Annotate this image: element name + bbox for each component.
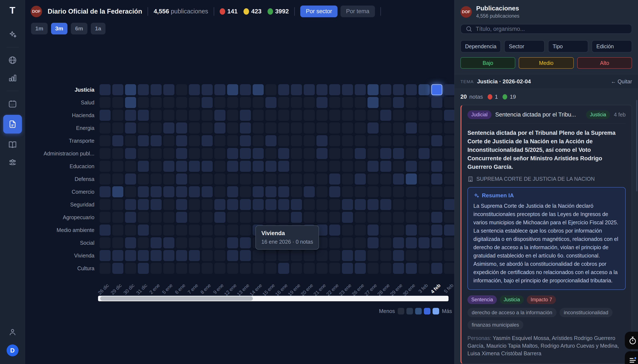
heatmap-cell[interactable] bbox=[380, 110, 391, 121]
heatmap-cell[interactable] bbox=[368, 186, 378, 197]
heatmap-cell[interactable] bbox=[406, 186, 417, 197]
heatmap-cell[interactable] bbox=[316, 161, 328, 172]
heatmap-cell[interactable] bbox=[125, 199, 136, 210]
heatmap-cell[interactable] bbox=[253, 122, 264, 134]
heatmap-cell[interactable] bbox=[253, 161, 264, 172]
heatmap-cell[interactable] bbox=[150, 174, 162, 184]
heatmap-cell[interactable] bbox=[406, 97, 417, 108]
heatmap-cell[interactable] bbox=[329, 212, 340, 223]
heatmap-cell[interactable] bbox=[418, 84, 430, 95]
heatmap-cell[interactable] bbox=[355, 199, 366, 210]
heatmap-cell[interactable] bbox=[291, 135, 302, 146]
heatmap-cell[interactable] bbox=[444, 110, 454, 121]
heatmap-cell[interactable] bbox=[342, 212, 353, 223]
heatmap-cell[interactable] bbox=[138, 174, 149, 184]
heatmap-cell[interactable] bbox=[304, 212, 315, 223]
heatmap-cell[interactable] bbox=[431, 97, 442, 108]
heatmap-cell[interactable] bbox=[266, 250, 276, 261]
heatmap-cell[interactable] bbox=[431, 110, 442, 121]
heatmap-cell[interactable] bbox=[393, 263, 404, 274]
heatmap-cell[interactable] bbox=[304, 199, 315, 210]
heatmap-cell[interactable] bbox=[406, 237, 417, 248]
heatmap-cell[interactable] bbox=[266, 122, 276, 134]
heatmap-cell[interactable] bbox=[202, 161, 213, 172]
heatmap-cell[interactable] bbox=[380, 212, 391, 223]
heatmap-cell[interactable] bbox=[189, 186, 200, 197]
heatmap-cell[interactable] bbox=[431, 212, 442, 223]
heatmap-cell[interactable] bbox=[227, 148, 238, 159]
heatmap-cell[interactable] bbox=[291, 161, 302, 172]
heatmap-cell[interactable] bbox=[304, 263, 315, 274]
heatmap-cell[interactable] bbox=[380, 237, 391, 248]
heatmap-cell[interactable] bbox=[112, 174, 123, 184]
heatmap-cell[interactable] bbox=[176, 84, 187, 95]
heatmap-cell[interactable] bbox=[316, 212, 328, 223]
heatmap-cell[interactable] bbox=[431, 224, 442, 236]
heatmap-cell[interactable] bbox=[202, 212, 213, 223]
heatmap-cell[interactable] bbox=[368, 135, 378, 146]
severity-button-bajo[interactable]: Bajo bbox=[460, 57, 515, 69]
heatmap-cell[interactable] bbox=[253, 97, 264, 108]
heatmap-cell[interactable] bbox=[304, 84, 315, 95]
heatmap-cell[interactable] bbox=[150, 263, 162, 274]
heatmap-cell[interactable] bbox=[266, 135, 276, 146]
heatmap-cell[interactable] bbox=[278, 174, 289, 184]
heatmap-cell[interactable] bbox=[189, 224, 200, 236]
heatmap-cell[interactable] bbox=[125, 84, 136, 95]
heatmap-cell[interactable] bbox=[406, 110, 417, 121]
heatmap-cell[interactable] bbox=[418, 161, 430, 172]
heatmap-cell[interactable] bbox=[138, 122, 149, 134]
heatmap-cell[interactable] bbox=[380, 97, 391, 108]
heatmap-cell[interactable] bbox=[278, 250, 289, 261]
heatmap-cell[interactable] bbox=[393, 224, 404, 236]
heatmap-cell[interactable] bbox=[316, 110, 328, 121]
heatmap-cell[interactable] bbox=[304, 122, 315, 134]
heatmap-cell[interactable] bbox=[316, 250, 328, 261]
heatmap-cell[interactable] bbox=[316, 97, 328, 108]
heatmap-cell[interactable] bbox=[418, 174, 430, 184]
heatmap-cell[interactable] bbox=[368, 174, 378, 184]
heatmap-cell[interactable] bbox=[189, 97, 200, 108]
heatmap-cell[interactable] bbox=[150, 122, 162, 134]
heatmap-cell[interactable] bbox=[431, 263, 442, 274]
heatmap-cell[interactable] bbox=[342, 263, 353, 274]
heatmap-cell[interactable] bbox=[253, 186, 264, 197]
heatmap-cell[interactable] bbox=[444, 135, 454, 146]
heatmap-cell[interactable] bbox=[189, 148, 200, 159]
heatmap-cell[interactable] bbox=[418, 237, 430, 248]
heatmap-cell[interactable] bbox=[329, 97, 340, 108]
heatmap-cell[interactable] bbox=[100, 97, 110, 108]
heatmap-cell[interactable] bbox=[240, 263, 251, 274]
heatmap-cell[interactable] bbox=[112, 186, 123, 197]
severity-button-medio[interactable]: Medio bbox=[519, 57, 574, 69]
heatmap-cell[interactable] bbox=[150, 199, 162, 210]
heatmap-cell[interactable] bbox=[418, 250, 430, 261]
heatmap-cell[interactable] bbox=[138, 212, 149, 223]
heatmap-cell[interactable] bbox=[112, 84, 123, 95]
heatmap-cell[interactable] bbox=[380, 263, 391, 274]
heatmap-cell[interactable] bbox=[266, 174, 276, 184]
heatmap-cell[interactable] bbox=[406, 122, 417, 134]
heatmap-cell[interactable] bbox=[316, 186, 328, 197]
heatmap-cell[interactable] bbox=[266, 97, 276, 108]
heatmap-cell[interactable] bbox=[368, 224, 378, 236]
heatmap-cell[interactable] bbox=[380, 135, 391, 146]
heatmap-cell[interactable] bbox=[406, 199, 417, 210]
heatmap-cell[interactable] bbox=[100, 212, 110, 223]
heatmap-cell[interactable] bbox=[393, 174, 404, 184]
heatmap-cell[interactable] bbox=[176, 186, 187, 197]
heatmap-cell[interactable] bbox=[150, 148, 162, 159]
heatmap-cell[interactable] bbox=[176, 97, 187, 108]
heatmap-cell[interactable] bbox=[380, 250, 391, 261]
heatmap-cell[interactable] bbox=[342, 84, 353, 95]
heatmap-cell[interactable] bbox=[329, 263, 340, 274]
heatmap-cell[interactable] bbox=[214, 212, 226, 223]
heatmap-cell[interactable] bbox=[150, 250, 162, 261]
heatmap-cell[interactable] bbox=[316, 199, 328, 210]
heatmap-cell[interactable] bbox=[431, 122, 442, 134]
heatmap-cell[interactable] bbox=[163, 224, 174, 236]
heatmap-cell[interactable] bbox=[100, 263, 110, 274]
heatmap-cell[interactable] bbox=[266, 161, 276, 172]
heatmap-cell[interactable] bbox=[176, 135, 187, 146]
heatmap-cell[interactable] bbox=[266, 148, 276, 159]
